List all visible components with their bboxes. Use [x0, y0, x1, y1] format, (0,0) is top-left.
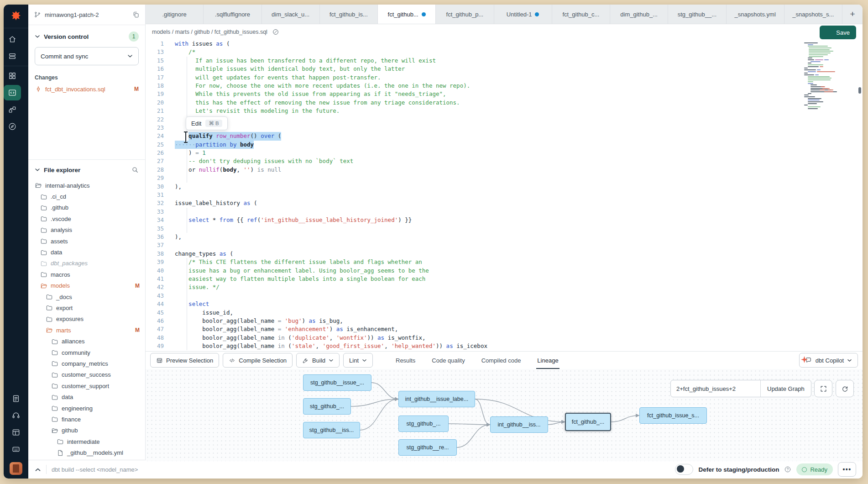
- support-icon[interactable]: [7, 408, 25, 423]
- code-line-29[interactable]: 29: [146, 174, 863, 182]
- stack-icon[interactable]: [4, 48, 21, 64]
- code-line-27[interactable]: 27 -- don't try deduping issues with no …: [146, 157, 863, 165]
- circle-slash-icon[interactable]: [272, 28, 279, 36]
- lineage-node-stg_github_[interactable]: stg_github_...: [303, 398, 351, 415]
- preview-selection-button[interactable]: Preview Selection: [150, 353, 219, 368]
- search-icon[interactable]: [131, 166, 139, 174]
- panel-tab-results[interactable]: Results: [396, 352, 415, 369]
- tree-item-macros[interactable]: macros: [28, 269, 145, 280]
- tree-item-exposures[interactable]: exposures: [28, 314, 145, 325]
- code-line-16[interactable]: 16 multiple issues with identical body t…: [146, 65, 863, 73]
- code-line-31[interactable]: 31: [146, 191, 863, 199]
- new-tab-button[interactable]: +: [842, 5, 863, 24]
- code-line-38[interactable]: 38change_types as (: [146, 250, 863, 258]
- tab-Untitled-1[interactable]: Untitled-1: [494, 5, 552, 24]
- orchestrate-icon[interactable]: [4, 102, 21, 117]
- tab-fct_github_p...[interactable]: fct_github_p...: [436, 5, 494, 24]
- tree-item-customer_success[interactable]: customer_success: [28, 369, 145, 380]
- tab-.sqlfluffignore[interactable]: .sqlfluffignore: [204, 5, 261, 24]
- tree-item-internal-analytics[interactable]: internal-analytics: [28, 180, 145, 191]
- user-avatar[interactable]: [10, 462, 22, 475]
- tree-item-finance[interactable]: finance: [28, 414, 145, 425]
- status-badge[interactable]: Ready: [796, 463, 833, 475]
- tree-item-data[interactable]: data: [28, 247, 145, 258]
- develop-icon[interactable]: [4, 85, 21, 100]
- tree-item-data[interactable]: data: [28, 391, 145, 402]
- lineage-node-int_github__issue_labe[interactable]: int_github__issue_labe...: [398, 391, 475, 407]
- tree-item-assets[interactable]: assets: [28, 236, 145, 247]
- tab-_snapshots_s...[interactable]: _snapshots_s...: [784, 5, 842, 24]
- update-graph-button[interactable]: Update Graph: [761, 380, 811, 397]
- tree-item-engineering[interactable]: engineering: [28, 403, 145, 414]
- tab-fct_github...[interactable]: fct_github...: [378, 5, 436, 24]
- code-line-25[interactable]: 25······partition by body: [146, 141, 863, 149]
- code-line-48[interactable]: 48 boolor_agg(label_name in ('duplicate'…: [146, 334, 863, 342]
- code-line-39[interactable]: 39 /* This CTE flattens the different is…: [146, 258, 863, 266]
- code-line-42[interactable]: 42 issue. */: [146, 283, 863, 291]
- code-line-17[interactable]: 17 will get updates for events that happ…: [146, 74, 863, 82]
- code-line-18[interactable]: 18 For now, choose the one with more rec…: [146, 82, 863, 90]
- code-line-13[interactable]: 13 /*: [146, 48, 863, 56]
- layout-icon[interactable]: [7, 425, 25, 440]
- selector-input[interactable]: 2+fct_github_issues+2: [671, 380, 761, 397]
- code-line-41[interactable]: 41 easiest way to flatten multiple label…: [146, 275, 863, 283]
- refresh-graph-button[interactable]: [836, 380, 854, 397]
- code-line-35[interactable]: 35: [146, 225, 863, 233]
- tree-item-_docs[interactable]: _docs: [28, 291, 145, 302]
- tree-item-customer_support[interactable]: customer_support: [28, 380, 145, 391]
- tab-dim_slack_u...[interactable]: dim_slack_u...: [262, 5, 320, 24]
- code-line-21[interactable]: 21 Let's revisit this modeling in the fu…: [146, 107, 863, 115]
- build-button[interactable]: Build: [296, 353, 340, 368]
- lineage-canvas[interactable]: stg_github__issue_...stg_github_...stg_g…: [146, 369, 863, 461]
- code-line-37[interactable]: 37: [146, 241, 863, 249]
- lineage-node-fct_github_issue_s[interactable]: fct_github_issue_s...: [639, 407, 707, 424]
- code-line-28[interactable]: 28 or nullif(body, '') is null: [146, 166, 863, 174]
- tree-item-.github[interactable]: .github: [28, 202, 145, 213]
- fullscreen-button[interactable]: [814, 380, 832, 397]
- tree-item-export[interactable]: export: [28, 302, 145, 313]
- more-options-button[interactable]: •••: [838, 462, 856, 477]
- shortcuts-icon[interactable]: [7, 442, 25, 457]
- changed-file-row[interactable]: fct_dbt_invocations.sql M: [28, 84, 145, 95]
- editor-scrollbar[interactable]: [858, 40, 862, 351]
- tree-item-dbt_packages[interactable]: dbt_packages: [28, 258, 145, 269]
- tree-item-alliances[interactable]: alliances: [28, 336, 145, 347]
- save-button[interactable]: Save: [820, 26, 856, 39]
- lineage-node-int_github__iss[interactable]: int_github__iss...: [490, 416, 548, 433]
- code-line-45[interactable]: 45 issue_id,: [146, 309, 863, 317]
- tree-item-models[interactable]: modelsM: [28, 280, 145, 291]
- tab-.gitignore[interactable]: .gitignore: [146, 5, 204, 24]
- copy-icon[interactable]: [132, 11, 140, 18]
- code-line-24[interactable]: 24 qualify row_number() over (: [146, 132, 863, 140]
- panel-tab-code-quality[interactable]: Code quality: [432, 352, 465, 369]
- panel-tab-compiled-code[interactable]: Compiled code: [481, 352, 521, 369]
- tab-fct_github_c...[interactable]: fct_github_c...: [552, 5, 610, 24]
- docs-icon[interactable]: [7, 391, 25, 406]
- defer-toggle[interactable]: [675, 464, 693, 475]
- compile-selection-button[interactable]: Compile Selection: [223, 353, 293, 368]
- code-line-49[interactable]: 49 boolor_agg(label_name in ('stale', 'g…: [146, 342, 863, 350]
- tree-item-community[interactable]: community: [28, 347, 145, 358]
- chevron-up-icon[interactable]: [35, 468, 41, 472]
- tab-dim_github_...[interactable]: dim_github_...: [610, 5, 668, 24]
- chevron-down-icon[interactable]: [35, 168, 40, 172]
- code-line-32[interactable]: 32issue_label_history as (: [146, 199, 863, 207]
- code-line-47[interactable]: 47 boolor_agg(label_name = 'enhancement'…: [146, 325, 863, 333]
- chevron-down-icon[interactable]: [35, 35, 40, 38]
- code-line-44[interactable]: 44 select: [146, 300, 863, 308]
- lineage-node-stg_github__iss[interactable]: stg_github__iss...: [303, 422, 360, 438]
- code-line-43[interactable]: 43: [146, 292, 863, 300]
- code-line-33[interactable]: 33: [146, 208, 863, 216]
- help-icon[interactable]: [784, 466, 791, 473]
- lint-button[interactable]: Lint: [343, 353, 373, 368]
- code-line-46[interactable]: 46 boolor_agg(label_name = 'bug') as is_…: [146, 317, 863, 325]
- tree-item-marts[interactable]: martsM: [28, 325, 145, 336]
- tree-item-analysis[interactable]: analysis: [28, 225, 145, 236]
- code-line-23[interactable]: 23: [146, 124, 863, 132]
- explore-icon[interactable]: [4, 119, 21, 134]
- tab-fct_github_is...[interactable]: fct_github_is...: [320, 5, 378, 24]
- tree-item-intermediate[interactable]: intermediate: [28, 436, 145, 447]
- dbt-logo-icon[interactable]: [8, 8, 24, 23]
- lineage-node-stg_github_[interactable]: stg_github_...: [398, 416, 449, 432]
- code-line-36[interactable]: 36),: [146, 233, 863, 241]
